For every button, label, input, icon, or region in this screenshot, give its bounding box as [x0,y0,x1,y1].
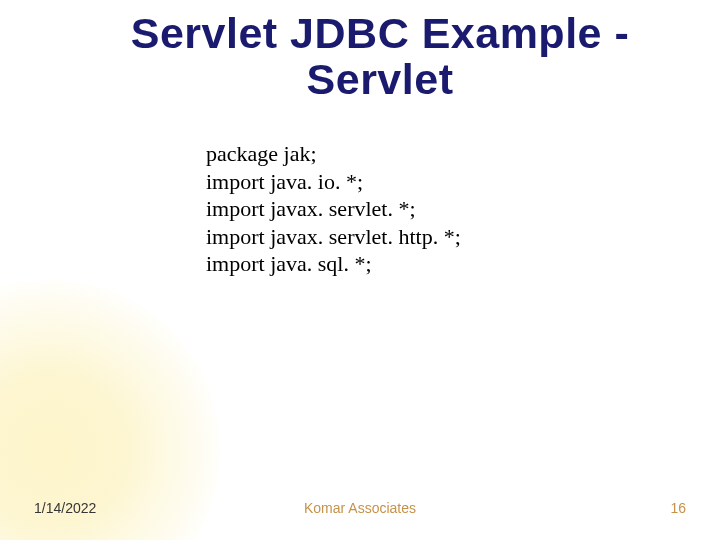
code-line: import java. sql. *; [206,250,461,278]
code-line: import javax. servlet. http. *; [206,223,461,251]
code-line: import java. io. *; [206,168,461,196]
code-line: import javax. servlet. *; [206,195,461,223]
slide: Servlet JDBC Example - Servlet package j… [0,0,720,540]
title-line-2: Servlet [307,55,454,103]
footer-center: Komar Associates [0,500,720,516]
code-line: package jak; [206,140,461,168]
footer-page-number: 16 [670,500,686,516]
title-line-1: Servlet JDBC Example - [131,9,630,57]
code-block: package jak; import java. io. *; import … [206,140,461,278]
slide-title: Servlet JDBC Example - Servlet [80,10,680,103]
